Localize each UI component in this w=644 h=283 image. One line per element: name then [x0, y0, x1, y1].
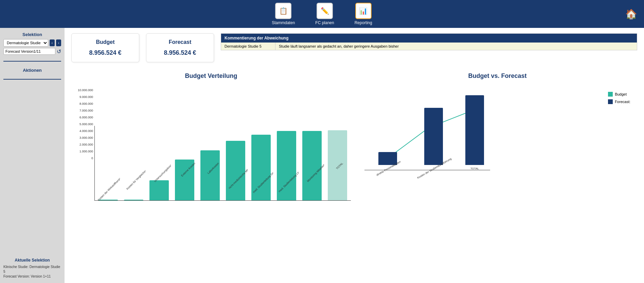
y-label-2m: 2.000.000: [79, 143, 93, 146]
x-label-4: Externe Kosten: [180, 162, 196, 177]
y-label-1m: 1.000.000: [79, 150, 93, 153]
bvf-bar-3: [465, 95, 484, 165]
legend-forecast-box: [608, 99, 613, 104]
aktionen-section: Aktionen: [3, 68, 61, 73]
forecast-input[interactable]: [3, 48, 55, 55]
legend-budget-label: Budget: [615, 92, 627, 96]
bvf-group-3: TOTAL: [465, 95, 484, 170]
x-label-5: Laborkosten: [207, 162, 219, 174]
y-axis: 10.000.000 9.000.000 8.000.000 7.000.000…: [71, 88, 94, 160]
bvf-label-3: TOTAL: [470, 167, 479, 170]
comment-table-row: Dermatologie Studie 5 Studie läuft langs…: [221, 43, 637, 50]
y-label-5m: 5.000.000: [79, 122, 93, 126]
nav-reporting[interactable]: 📊 Reporting: [355, 3, 372, 25]
legend-budget-box: [608, 92, 613, 97]
x-label-col-4: Externe Kosten: [172, 161, 196, 201]
aktuelle-studie: Klinische Studie: Dermatologie Studie 5: [3, 265, 60, 273]
nav-fc-planen-label: FC planen: [315, 20, 334, 25]
y-label-7m: 7.000.000: [79, 109, 93, 112]
comment-cell-text: Studie läuft langsamer als gedacht an, d…: [275, 43, 637, 50]
forecast-card-value: 8.956.524 €: [160, 49, 200, 56]
x-label-8: med. Studienleitung Länderebene: [278, 162, 298, 193]
legend-budget: Budget: [608, 92, 630, 97]
y-label-8m: 8.000.000: [79, 102, 93, 105]
aktionen-title: Aktionen: [3, 68, 61, 73]
x-label-1: Kosten der Wirkstoffherstellung und -log…: [97, 162, 120, 201]
divider-2: [3, 79, 61, 80]
x-label-col-3: Untersuchungskosten: [147, 161, 171, 201]
comment-cell-study: Dermatologie Studie 5: [221, 43, 275, 50]
header: 📋 Stammdaten ✏️ FC planen 📊 Reporting 🏠: [0, 0, 644, 28]
budget-card: Budget 8.956.524 €: [71, 33, 139, 62]
selektion-section: Selektion Dermatologie Studie ‹ › ↺: [3, 32, 61, 55]
reporting-icon: 📊: [355, 3, 372, 19]
nav-reporting-label: Reporting: [355, 20, 372, 25]
stammdaten-icon: 📋: [275, 3, 291, 19]
aktuelle-forecast: Forecast Version: Version 1+11: [3, 274, 51, 278]
bvf-group-1: direkte Personalkosten: [374, 152, 401, 170]
study-select[interactable]: Dermatologie Studie: [3, 39, 48, 47]
main-layout: Selektion Dermatologie Studie ‹ › ↺ Akti…: [0, 28, 644, 283]
x-label-col-10: TOTAL: [325, 161, 350, 201]
budget-card-title: Budget: [85, 39, 125, 45]
x-label-7: med. Studienleitung Gesamtebene: [252, 162, 273, 194]
budget-verteilung-chart: Budget Verteilung 10.000.000 9.000.000 8…: [71, 72, 351, 201]
x-label-col-8: med. Studienleitung Länderebene: [274, 161, 299, 201]
aktuelle-title: Aktuelle Selektion: [3, 258, 61, 263]
main-content: Budget 8.956.524 € Forecast 8.956.524 € …: [65, 28, 644, 283]
y-label-3m: 3.000.000: [79, 136, 93, 139]
budget-verteilung-title: Budget Verteilung: [71, 72, 351, 80]
nav-stammdaten[interactable]: 📋 Stammdaten: [272, 3, 295, 25]
x-label-col-7: med. Studienleitung Gesamtebene: [249, 161, 273, 201]
budget-vs-forecast-title: Budget vs. Forecast: [358, 72, 637, 80]
bvf-group-2: Kosten der Studiendurchführung: [414, 108, 453, 170]
comment-table: Kommentierung der Abweichung Dermatologi…: [221, 33, 637, 50]
charts-section: Budget Verteilung 10.000.000 9.000.000 8…: [71, 72, 637, 201]
bvf-legend: Budget Forecast:: [608, 92, 630, 104]
budget-card-value: 8.956.524 €: [85, 49, 125, 56]
y-label-0: 0: [91, 156, 93, 160]
aktuelle-text: Klinische Studie: Dermatologie Studie 5 …: [3, 265, 61, 279]
y-label-9m: 9.000.000: [79, 95, 93, 99]
x-axis-labels: Kosten der Wirkstoffherstellung und -log…: [94, 161, 351, 201]
x-label-col-5: Laborkosten: [198, 161, 222, 201]
nav-stammdaten-label: Stammdaten: [272, 20, 295, 25]
x-label-9: Monitoring Mitarbeiter: [306, 162, 324, 183]
nav-fc-planen[interactable]: ✏️ FC planen: [315, 3, 334, 25]
home-button[interactable]: 🏠: [625, 9, 637, 20]
top-section: Budget 8.956.524 € Forecast 8.956.524 € …: [71, 33, 637, 62]
divider-1: [3, 61, 61, 62]
refresh-btn[interactable]: ↺: [57, 48, 61, 55]
y-label-4m: 4.000.000: [79, 129, 93, 133]
legend-forecast: Forecast:: [608, 99, 630, 104]
bvf-area: Budget Forecast:: [358, 85, 637, 201]
study-prev-btn[interactable]: ‹: [50, 39, 55, 46]
forecast-row: ↺: [3, 48, 61, 55]
forecast-card: Forecast 8.956.524 €: [146, 33, 214, 62]
forecast-card-title: Forecast: [160, 39, 200, 45]
header-nav: 📋 Stammdaten ✏️ FC planen 📊 Reporting: [272, 3, 372, 25]
bvf-bars: direkte Personalkosten Kosten der Studie…: [364, 88, 494, 170]
x-label-col-2: Kosten für Vergleichspräparate: [121, 161, 145, 201]
x-label-6: nicht-medizinische Mitarbeiter: [228, 162, 247, 189]
x-label-col-1: Kosten der Wirkstoffherstellung und -log…: [96, 161, 120, 201]
bvf-bar-2: [424, 108, 443, 165]
y-label-6m: 6.000.000: [79, 116, 93, 119]
sidebar: Selektion Dermatologie Studie ‹ › ↺ Akti…: [0, 28, 65, 283]
aktuelle-selektion-section: Aktuelle Selektion Klinische Studie: Der…: [3, 258, 61, 279]
fc-planen-icon: ✏️: [317, 3, 333, 19]
x-label-col-9: Monitoring Mitarbeiter: [300, 161, 324, 201]
budget-verteilung-area: 10.000.000 9.000.000 8.000.000 7.000.000…: [71, 85, 351, 201]
comment-table-header: Kommentierung der Abweichung: [221, 34, 637, 43]
x-label-2: Kosten für Vergleichspräparate: [126, 162, 145, 190]
x-label-col-6: nicht-medizinische Mitarbeiter: [223, 161, 247, 201]
study-select-row: Dermatologie Studie ‹ ›: [3, 39, 61, 47]
study-next-btn[interactable]: ›: [56, 39, 61, 46]
x-label-3: Untersuchungskosten: [154, 162, 171, 183]
budget-vs-forecast-chart: Budget vs. Forecast Budget Forecast:: [358, 72, 637, 201]
y-label-10m: 10.000.000: [78, 88, 93, 92]
legend-forecast-label: Forecast:: [615, 100, 630, 104]
x-label-10: TOTAL: [336, 162, 344, 170]
selektion-title: Selektion: [3, 32, 61, 37]
